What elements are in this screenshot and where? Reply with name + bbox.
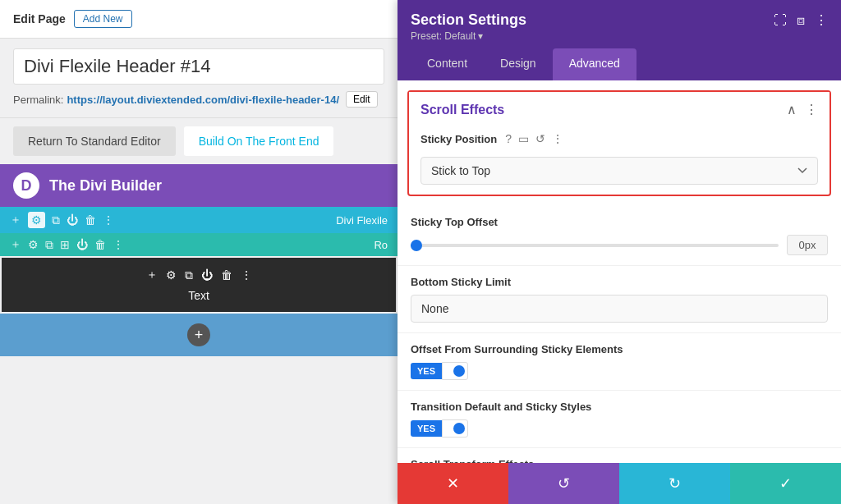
page-title-input[interactable] [13, 48, 384, 85]
row-toolbar-left: ＋ ⚙ ⧉ ⊞ ⏻ 🗑 ⋮ [10, 237, 124, 252]
module-power-icon[interactable]: ⏻ [201, 268, 213, 282]
columns-icon[interactable]: ⧈ [797, 13, 805, 28]
add-section-icon[interactable]: ＋ [10, 213, 21, 227]
offset-toggle-knob[interactable] [442, 362, 468, 380]
module-area: ＋ ⚙ ⧉ ⏻ 🗑 ⋮ Text [2, 258, 396, 312]
slider-track[interactable] [411, 244, 779, 247]
panel-body: Scroll Effects ∧ ⋮ Sticky Position ? ▭ ↺… [398, 80, 841, 463]
panel-title: Section Settings [411, 11, 526, 29]
save-icon: ✓ [779, 474, 792, 493]
cancel-icon: ✕ [447, 474, 459, 493]
section-toolbar: ＋ ⚙ ⧉ ⏻ 🗑 ⋮ Divi Flexile [0, 207, 398, 233]
module-gear-icon[interactable]: ⚙ [166, 268, 177, 282]
transition-default-group: Transition Default and Sticky Styles YES [398, 391, 841, 448]
scroll-effects-header: Scroll Effects ∧ ⋮ [409, 92, 830, 127]
transition-toggle-row[interactable]: YES [411, 419, 828, 438]
divi-logo: D [13, 172, 39, 199]
transition-toggle-yes[interactable]: YES [411, 420, 442, 437]
save-button[interactable]: ✓ [730, 463, 841, 504]
slider-value: 0px [787, 235, 828, 255]
edit-page-label: Edit Page [13, 12, 66, 25]
more-icon[interactable]: ⋮ [103, 213, 114, 227]
row-power-icon[interactable]: ⏻ [76, 238, 88, 251]
row-more-icon[interactable]: ⋮ [113, 238, 124, 251]
scroll-effects-section: Scroll Effects ∧ ⋮ Sticky Position ? ▭ ↺… [407, 90, 831, 196]
module-add-icon[interactable]: ＋ [146, 268, 158, 282]
bottom-sticky-limit-label: Bottom Sticky Limit [411, 276, 828, 288]
fullscreen-icon[interactable]: ⛶ [774, 13, 787, 28]
panel-footer: ✕ ↺ ↻ ✓ [398, 463, 841, 504]
overflow-menu-icon[interactable]: ⋮ [815, 12, 828, 28]
scroll-more-icon[interactable]: ⋮ [805, 102, 818, 117]
module-copy-icon[interactable]: ⧉ [185, 268, 193, 282]
right-panel: Section Settings ⛶ ⧈ ⋮ Preset: Default ▾… [398, 0, 841, 504]
undo-icon: ↺ [558, 474, 570, 493]
trash-icon[interactable]: 🗑 [85, 213, 96, 227]
section-toolbar-left: ＋ ⚙ ⧉ ⏻ 🗑 ⋮ [10, 212, 114, 228]
power-icon[interactable]: ⏻ [67, 213, 78, 227]
panel-header-top: Section Settings ⛶ ⧈ ⋮ [411, 11, 828, 29]
add-new-button[interactable]: Add New [74, 10, 132, 28]
module-toolbar: ＋ ⚙ ⧉ ⏻ 🗑 ⋮ [146, 268, 252, 282]
offset-toggle-row[interactable]: YES [411, 362, 828, 380]
permalink-label: Permalink: [13, 94, 63, 106]
edit-permalink-button[interactable]: Edit [346, 91, 378, 108]
frontend-builder-button[interactable]: Build On The Front End [184, 126, 334, 156]
row-trash-icon[interactable]: 🗑 [94, 238, 106, 251]
tab-design[interactable]: Design [484, 48, 553, 80]
gear-icon[interactable]: ⚙ [28, 212, 45, 228]
standard-editor-button[interactable]: Return To Standard Editor [13, 126, 176, 156]
row-toolbar: ＋ ⚙ ⧉ ⊞ ⏻ 🗑 ⋮ Ro [0, 233, 398, 256]
add-new-section-button[interactable]: + [187, 323, 210, 346]
panel-header-icons: ⛶ ⧈ ⋮ [774, 12, 828, 28]
preset-chevron-icon[interactable]: ▾ [478, 30, 483, 42]
collapse-icon[interactable]: ∧ [787, 102, 797, 117]
sticky-position-icons: ? ▭ ↺ ⋮ [505, 132, 563, 145]
module-trash-icon[interactable]: 🗑 [221, 268, 232, 282]
sticky-top-offset-group: Sticky Top Offset 0px [398, 206, 841, 266]
divi-builder-bar: D The Divi Builder [0, 164, 398, 207]
module-more-icon[interactable]: ⋮ [241, 268, 252, 282]
row-grid-icon[interactable]: ⊞ [60, 238, 70, 251]
sticky-options-icon[interactable]: ⋮ [552, 132, 563, 145]
sticky-position-row: Sticky Position ? ▭ ↺ ⋮ [409, 127, 830, 153]
scroll-transform-group: Scroll Transform Effects [398, 448, 841, 463]
scroll-effects-title: Scroll Effects [420, 103, 504, 117]
sticky-top-offset-label: Sticky Top Offset [411, 216, 828, 228]
row-gear-icon[interactable]: ⚙ [28, 238, 39, 251]
sticky-position-label: Sticky Position [420, 133, 497, 145]
tab-advanced[interactable]: Advanced [553, 48, 636, 80]
transition-toggle-knob[interactable] [442, 419, 468, 438]
permalink-url[interactable]: https://layout.diviextended.com/divi-fle… [67, 94, 339, 106]
divi-builder-label: The Divi Builder [49, 177, 162, 195]
offset-surrounding-label: Offset From Surrounding Sticky Elements [411, 343, 828, 355]
slider-thumb[interactable] [411, 240, 422, 251]
sticky-device-icon[interactable]: ▭ [518, 132, 529, 145]
undo-button[interactable]: ↺ [508, 463, 619, 504]
cancel-button[interactable]: ✕ [398, 463, 508, 504]
left-panel: Edit Page Add New Permalink: https://lay… [0, 0, 398, 504]
sticky-reset-icon[interactable]: ↺ [535, 132, 545, 145]
permalink-row: Permalink: https://layout.diviextended.c… [0, 91, 398, 117]
section-label: Divi Flexile [336, 214, 388, 227]
panel-tabs: Content Design Advanced [411, 48, 828, 80]
bottom-sticky-limit-group: Bottom Sticky Limit None Section Row Mod… [398, 266, 841, 333]
help-icon[interactable]: ? [505, 132, 512, 145]
tab-content[interactable]: Content [411, 48, 484, 80]
offset-toggle-yes[interactable]: YES [411, 363, 442, 379]
row-copy-icon[interactable]: ⧉ [45, 238, 53, 252]
copy-icon[interactable]: ⧉ [52, 213, 60, 227]
scroll-effects-controls: ∧ ⋮ [787, 102, 818, 117]
add-row-icon[interactable]: ＋ [10, 237, 21, 252]
edit-page-header: Edit Page Add New [0, 0, 398, 39]
panel-header: Section Settings ⛶ ⧈ ⋮ Preset: Default ▾… [398, 0, 841, 80]
sticky-top-offset-slider-row: 0px [411, 235, 828, 255]
module-text-label: Text [188, 289, 209, 302]
redo-icon: ↻ [669, 474, 681, 493]
sticky-position-select[interactable]: Stick to Top Stick to Bottom None [420, 157, 818, 185]
bottom-sticky-limit-select[interactable]: None Section Row Module [411, 295, 828, 323]
panel-preset: Preset: Default ▾ [411, 30, 828, 42]
transition-default-label: Transition Default and Sticky Styles [411, 401, 828, 413]
builder-buttons: Return To Standard Editor Build On The F… [0, 117, 398, 164]
redo-button[interactable]: ↻ [619, 463, 730, 504]
